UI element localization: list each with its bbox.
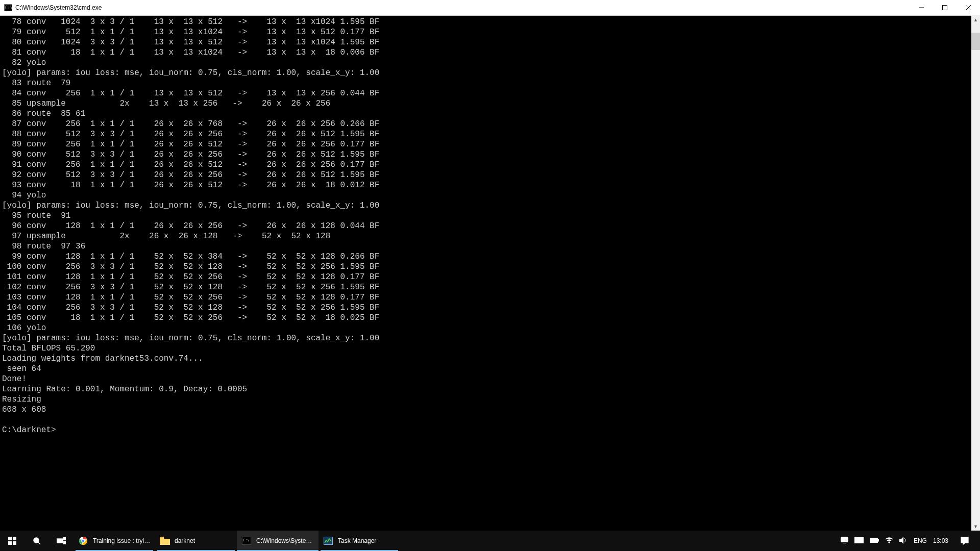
taskbar-app-label: darknet xyxy=(175,537,195,544)
folder-icon xyxy=(159,535,170,546)
svg-rect-5 xyxy=(13,537,16,540)
svg-rect-16 xyxy=(160,537,164,538)
scrollbar[interactable]: ▲ ▼ xyxy=(971,15,980,531)
search-button[interactable] xyxy=(24,531,49,551)
svg-rect-26 xyxy=(871,539,877,542)
svg-rect-22 xyxy=(854,537,863,543)
keyboard-osk-icon[interactable] xyxy=(854,537,864,545)
svg-rect-6 xyxy=(8,541,12,545)
svg-text:C:\: C:\ xyxy=(243,538,250,542)
system-tray: ENG 13:03 xyxy=(836,531,980,551)
svg-line-9 xyxy=(38,542,40,544)
svg-rect-7 xyxy=(13,541,16,545)
svg-point-15 xyxy=(82,539,85,542)
battery-icon[interactable] xyxy=(870,537,879,544)
taskbar-app-label: Training issue : trying t... xyxy=(93,537,151,544)
taskbar-app-label: C:\Windows\System3... xyxy=(256,537,314,544)
taskmgr-icon xyxy=(323,535,334,546)
svg-point-8 xyxy=(34,538,39,543)
taskbar-app-label: Task Manager xyxy=(338,537,376,544)
window-title: C:\Windows\System32\cmd.exe xyxy=(15,4,102,11)
close-button[interactable] xyxy=(957,0,980,15)
minimize-button[interactable] xyxy=(910,0,933,15)
svg-rect-4 xyxy=(8,537,12,540)
volume-icon[interactable] xyxy=(899,537,908,545)
taskbar-app-2[interactable]: C:\C:\Windows\System3... xyxy=(237,531,318,551)
svg-marker-28 xyxy=(899,537,903,544)
taskbar-app-3[interactable]: Task Manager xyxy=(318,531,400,551)
scroll-up-arrow[interactable]: ▲ xyxy=(971,15,980,24)
language-indicator[interactable]: ENG xyxy=(914,537,927,544)
start-button[interactable] xyxy=(0,531,24,551)
console-output[interactable]: 78 conv 1024 3 x 3 / 1 13 x 13 x 512 -> … xyxy=(0,16,980,531)
chrome-icon xyxy=(78,535,89,546)
svg-rect-20 xyxy=(841,537,848,542)
taskbar-app-0[interactable]: Training issue : trying t... xyxy=(74,531,155,551)
svg-rect-12 xyxy=(64,541,66,544)
cmd-icon: C:\ xyxy=(241,535,252,546)
cmd-icon: C:\ xyxy=(4,4,12,11)
tray-icon[interactable] xyxy=(841,537,848,545)
clock[interactable]: 13:03 xyxy=(933,537,948,544)
svg-rect-1 xyxy=(943,6,947,10)
action-center-icon[interactable] xyxy=(954,531,975,551)
svg-point-27 xyxy=(889,542,890,543)
task-view-button[interactable] xyxy=(49,531,74,551)
maximize-button[interactable] xyxy=(933,0,957,15)
scroll-thumb[interactable] xyxy=(971,33,980,50)
taskbar: Training issue : trying t...darknetC:\C:… xyxy=(0,531,980,551)
taskbar-app-1[interactable]: darknet xyxy=(155,531,237,551)
svg-rect-10 xyxy=(57,539,63,543)
scroll-down-arrow[interactable]: ▼ xyxy=(971,522,980,531)
svg-rect-29 xyxy=(961,537,968,543)
svg-rect-25 xyxy=(878,539,879,541)
svg-rect-11 xyxy=(64,538,66,540)
window-titlebar: C:\ C:\Windows\System32\cmd.exe xyxy=(0,0,980,16)
wifi-icon[interactable] xyxy=(885,537,893,545)
